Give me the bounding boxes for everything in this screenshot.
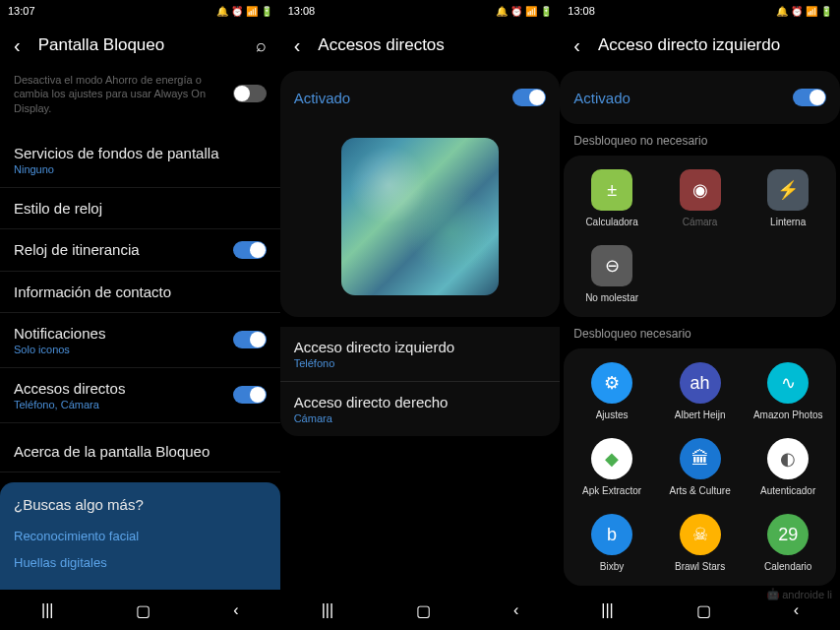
phone-lock-screen-settings: 13:07 🔔⏰📶🔋 ‹ Pantalla Bloqueo ⌕ Desactiv… bbox=[0, 0, 280, 630]
app-icon: ⚡ bbox=[767, 169, 809, 211]
app-cámara[interactable]: ◉Cámara bbox=[658, 169, 743, 227]
status-time: 13:07 bbox=[8, 5, 35, 17]
nav-recents[interactable]: ||| bbox=[601, 601, 613, 619]
activated-label: Activado bbox=[573, 90, 630, 106]
app-icon: ☠ bbox=[680, 514, 721, 555]
app-apk-extractor[interactable]: ◆Apk Extractor bbox=[570, 438, 654, 496]
nav-home[interactable]: ▢ bbox=[696, 601, 711, 620]
app-calculadora[interactable]: ±Calculadora bbox=[570, 169, 654, 227]
page-title: Pantalla Bloqueo bbox=[38, 35, 238, 55]
app-ajustes[interactable]: ⚙Ajustes bbox=[570, 362, 654, 420]
shortcuts-toggle[interactable] bbox=[233, 386, 267, 404]
contact-info-item[interactable]: Información de contacto bbox=[0, 272, 280, 313]
content: Activado Desbloqueo no necesario ±Calcul… bbox=[560, 69, 840, 591]
left-shortcut-item[interactable]: Acceso directo izquierdo Teléfono bbox=[280, 327, 561, 382]
lock-screen-preview bbox=[280, 124, 561, 317]
status-bar: 13:08 🔔⏰📶🔋 bbox=[560, 0, 840, 22]
nav-back[interactable]: ‹ bbox=[794, 601, 799, 619]
shortcuts-item[interactable]: Accesos directos Teléfono, Cámara bbox=[0, 368, 280, 423]
link-face-recognition[interactable]: Reconocimiento facial bbox=[14, 523, 267, 549]
status-time: 13:08 bbox=[568, 5, 595, 17]
app-albert-heijn[interactable]: ahAlbert Heijn bbox=[658, 362, 743, 420]
app-icon: ± bbox=[591, 169, 632, 211]
header: ‹ Acceso directo izquierdo bbox=[560, 22, 840, 69]
nav-recents[interactable]: ||| bbox=[322, 601, 333, 619]
app-label: Albert Heijn bbox=[675, 410, 726, 420]
activated-toggle[interactable] bbox=[793, 89, 826, 106]
content: Desactiva el modo Ahorro de energía o ca… bbox=[0, 69, 280, 591]
nav-back[interactable]: ‹ bbox=[513, 601, 518, 619]
app-autenticador[interactable]: ◐Autenticador bbox=[746, 438, 830, 496]
app-label: Ajustes bbox=[596, 410, 629, 420]
app-label: Calculadora bbox=[585, 217, 637, 227]
back-icon[interactable]: ‹ bbox=[573, 34, 580, 57]
right-shortcut-item[interactable]: Acceso directo derecho Cámara bbox=[280, 382, 561, 436]
app-icon: ah bbox=[680, 362, 721, 404]
page-title: Accesos directos bbox=[318, 35, 546, 55]
notifications-item[interactable]: Notificaciones Solo iconos bbox=[0, 313, 280, 368]
header: ‹ Accesos directos bbox=[280, 22, 561, 69]
status-bar: 13:08 🔔⏰📶🔋 bbox=[280, 0, 561, 22]
app-arts-&-culture[interactable]: 🏛Arts & Culture bbox=[658, 438, 743, 496]
app-calendario[interactable]: 29Calendario bbox=[746, 514, 830, 572]
wallpaper-preview bbox=[341, 138, 499, 295]
section-unlock: Desbloqueo necesario bbox=[560, 317, 840, 348]
app-label: Amazon Photos bbox=[753, 410, 823, 420]
watermark: 🤖 androide li bbox=[766, 588, 832, 600]
section-no-unlock: Desbloqueo no necesario bbox=[560, 124, 840, 156]
app-linterna[interactable]: ⚡Linterna bbox=[746, 169, 830, 227]
nav-home[interactable]: ▢ bbox=[416, 601, 431, 620]
app-icon: ⚙ bbox=[591, 362, 632, 404]
app-amazon-photos[interactable]: ∿Amazon Photos bbox=[746, 362, 830, 420]
search-icon[interactable]: ⌕ bbox=[256, 35, 267, 56]
clock-style-item[interactable]: Estilo de reloj bbox=[0, 188, 280, 229]
app-no-molestar[interactable]: ⊖No molestar bbox=[570, 245, 654, 303]
apps-unlock-grid: ⚙AjustesahAlbert Heijn∿Amazon Photos◆Apk… bbox=[564, 348, 836, 586]
activated-label: Activado bbox=[294, 90, 351, 106]
activated-row: Activado bbox=[560, 71, 840, 124]
roaming-clock-toggle[interactable] bbox=[233, 241, 267, 259]
app-icon: ⊖ bbox=[591, 245, 632, 286]
link-fingerprints[interactable]: Huellas digitales bbox=[14, 549, 267, 576]
apps-no-unlock-grid: ±Calculadora◉Cámara⚡Linterna⊖No molestar bbox=[564, 156, 836, 317]
app-brawl-stars[interactable]: ☠Brawl Stars bbox=[658, 514, 743, 572]
content: Activado Acceso directo izquierdo Teléfo… bbox=[280, 69, 561, 591]
roaming-clock-item[interactable]: Reloj de itinerancia bbox=[0, 229, 280, 272]
app-label: Linterna bbox=[770, 217, 806, 227]
app-label: Arts & Culture bbox=[670, 485, 731, 496]
app-label: Calendario bbox=[764, 561, 811, 572]
app-label: Autenticador bbox=[760, 485, 815, 496]
aod-toggle[interactable] bbox=[233, 85, 267, 102]
activated-row: Activado bbox=[280, 71, 561, 124]
status-bar: 13:07 🔔⏰📶🔋 bbox=[0, 0, 280, 22]
search-more-title: ¿Buscas algo más? bbox=[14, 496, 267, 513]
notifications-toggle[interactable] bbox=[233, 331, 267, 348]
app-icon: 29 bbox=[767, 514, 809, 555]
phone-shortcuts: 13:08 🔔⏰📶🔋 ‹ Accesos directos Activado A… bbox=[280, 0, 561, 630]
app-label: Brawl Stars bbox=[675, 561, 725, 572]
nav-bar: ||| ▢ ‹ bbox=[280, 591, 561, 630]
app-label: No molestar bbox=[585, 292, 638, 303]
back-icon[interactable]: ‹ bbox=[294, 34, 301, 57]
back-icon[interactable]: ‹ bbox=[14, 34, 21, 57]
app-icon: b bbox=[591, 514, 632, 555]
phone-left-shortcut: 13:08 🔔⏰📶🔋 ‹ Acceso directo izquierdo Ac… bbox=[560, 0, 840, 630]
nav-back[interactable]: ‹ bbox=[233, 601, 238, 619]
nav-recents[interactable]: ||| bbox=[41, 601, 53, 619]
about-lock-screen-item[interactable]: Acerca de la pantalla Bloqueo bbox=[0, 431, 280, 472]
status-icons: 🔔⏰📶🔋 bbox=[216, 6, 272, 17]
nav-bar: ||| ▢ ‹ bbox=[0, 591, 280, 630]
app-icon: ∿ bbox=[767, 362, 809, 404]
app-icon: ◆ bbox=[591, 438, 632, 479]
activated-toggle[interactable] bbox=[512, 89, 546, 106]
status-time: 13:08 bbox=[288, 5, 316, 17]
app-bixby[interactable]: bBixby bbox=[570, 514, 654, 572]
app-label: Bixby bbox=[600, 561, 624, 572]
aod-description-row: Desactiva el modo Ahorro de energía o ca… bbox=[0, 69, 280, 125]
app-label: Cámara bbox=[683, 217, 718, 227]
header: ‹ Pantalla Bloqueo ⌕ bbox=[0, 22, 280, 69]
wallpaper-services-item[interactable]: Servicios de fondos de pantalla Ninguno bbox=[0, 133, 280, 188]
app-label: Apk Extractor bbox=[582, 485, 641, 496]
search-more-card: ¿Buscas algo más? Reconocimiento facial … bbox=[0, 482, 280, 590]
nav-home[interactable]: ▢ bbox=[136, 601, 150, 620]
